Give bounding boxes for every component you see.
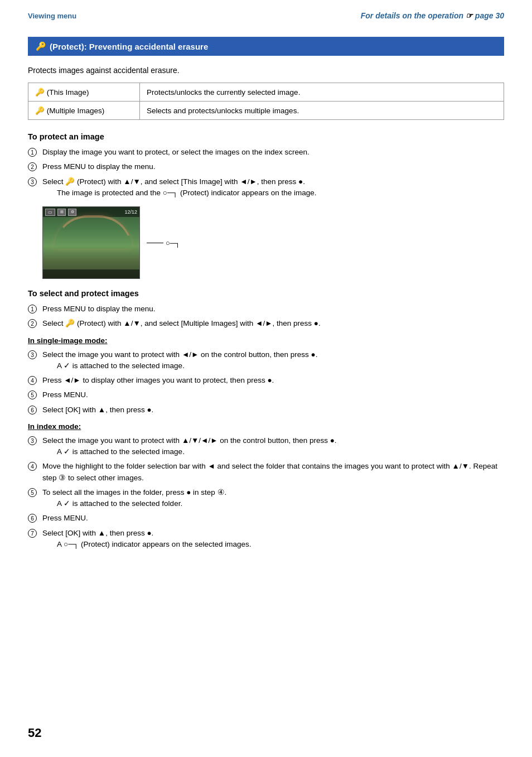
index-mode-label: In index mode: — [28, 422, 504, 431]
step-text: Display the image you want to protect, o… — [42, 147, 504, 158]
step-text: Select the image you want to protect wit… — [42, 435, 504, 458]
screen-icon-gallery: ⊞ — [57, 209, 66, 216]
step-text: Move the highlight to the folder selecti… — [42, 461, 504, 484]
list-item: 3 Select 🔑 (Protect) with ▲/▼, and selec… — [28, 176, 504, 199]
step-text: Press MENU to display the menu. — [42, 161, 504, 172]
step-text: Press MENU. — [42, 389, 504, 401]
list-item: 1 Press MENU to display the menu. — [28, 303, 504, 315]
step-text: Select 🔑 (Protect) with ▲/▼, and select … — [42, 318, 504, 329]
step-sub: A ✓ is attached to the selected folder. — [57, 498, 504, 509]
step-text: Select [OK] with ▲, then press ●. A ○─┐ … — [42, 528, 504, 551]
page-number: 52 — [28, 726, 41, 740]
protect-icon: 🔑 — [36, 41, 46, 51]
protect-indicator: ○─┐ — [147, 239, 180, 247]
list-item: 5 Press MENU. — [28, 389, 504, 401]
section-title-bar: 🔑 (Protect): Preventing accidental erasu… — [28, 37, 504, 56]
protect-images-heading: To select and protect images — [28, 289, 504, 298]
single-mode-steps: 3 Select the image you want to protect w… — [28, 349, 504, 416]
list-item: 1 Display the image you want to protect,… — [28, 147, 504, 158]
list-item: 6 Press MENU. — [28, 513, 504, 524]
protect-image-heading: To protect an image — [28, 132, 504, 141]
protect-image-steps: 1 Display the image you want to protect,… — [28, 147, 504, 199]
section-title: (Protect): Preventing accidental erasure — [50, 42, 208, 51]
list-item: 2 Select 🔑 (Protect) with ▲/▼, and selec… — [28, 318, 504, 329]
screen-icon-folder: ▭ — [45, 209, 55, 216]
arrow-line — [147, 243, 163, 243]
list-item: 7 Select [OK] with ▲, then press ●. A ○─… — [28, 528, 504, 551]
index-mode-steps: 3 Select the image you want to protect w… — [28, 435, 504, 550]
page-header: Viewing menu For details on the operatio… — [28, 11, 504, 20]
step-text: To select all the images in the folder, … — [42, 487, 504, 510]
table-cell-icon-1: 🔑 (This Image) — [28, 83, 140, 102]
step-text: Select the image you want to protect wit… — [42, 349, 504, 372]
list-item: 5 To select all the images in the folder… — [28, 487, 504, 510]
step-sub: The image is protected and the ○─┐ (Prot… — [57, 187, 504, 199]
header-page-ref: For details on the operation ☞ page 30 — [361, 11, 504, 20]
step-sub: A ○─┐ (Protect) indicator appears on the… — [57, 539, 504, 550]
step-text: Press ◄/► to display other images you wa… — [42, 375, 504, 386]
table-label-1: (This Image) — [47, 88, 89, 97]
protect-symbol-text: ○─┐ — [166, 239, 180, 247]
list-item: 2 Press MENU to display the menu. — [28, 161, 504, 172]
table-cell-icon-2: 🔑 (Multiple Images) — [28, 102, 140, 120]
rainbow-decoration — [54, 215, 132, 249]
step-text: Press MENU. — [42, 513, 504, 524]
camera-image-container: ▭ ⊞ ⚙ 12/12 ○─┐ — [42, 206, 504, 279]
table-row: 🔑 (Multiple Images) Selects and protects… — [28, 102, 504, 120]
list-item: 3 Select the image you want to protect w… — [28, 349, 504, 372]
screen-icon-settings: ⚙ — [68, 209, 76, 216]
table-label-2: (Multiple Images) — [47, 107, 105, 115]
screen-counter: 12/12 — [124, 209, 137, 215]
table-desc-2: Selects and protects/unlocks multiple im… — [140, 102, 504, 120]
step-text: Select 🔑 (Protect) with ▲/▼, and select … — [42, 176, 504, 199]
step-text: Select [OK] with ▲, then press ●. — [42, 404, 504, 416]
protect-images-intro-steps: 1 Press MENU to display the menu. 2 Sele… — [28, 303, 504, 330]
step-sub: A ✓ is attached to the selected image. — [57, 360, 504, 372]
header-section-title: Viewing menu — [28, 12, 76, 20]
camera-screen: ▭ ⊞ ⚙ 12/12 — [42, 206, 140, 279]
step-text: Press MENU to display the menu. — [42, 303, 504, 315]
list-item: 4 Move the highlight to the folder selec… — [28, 461, 504, 484]
table-row: 🔑 (This Image) Protects/unlocks the curr… — [28, 83, 504, 102]
intro-text: Protects images against accidental erasu… — [28, 66, 504, 75]
list-item: 6 Select [OK] with ▲, then press ●. — [28, 404, 504, 416]
step-sub: A ✓ is attached to the selected image. — [57, 446, 504, 457]
screen-bottom-bar — [43, 269, 139, 278]
table-desc-1: Protects/unlocks the currently selected … — [140, 83, 504, 102]
list-item: 4 Press ◄/► to display other images you … — [28, 375, 504, 386]
feature-table: 🔑 (This Image) Protects/unlocks the curr… — [28, 83, 504, 120]
list-item: 3 Select the image you want to protect w… — [28, 435, 504, 458]
single-mode-label: In single-image mode: — [28, 336, 504, 345]
